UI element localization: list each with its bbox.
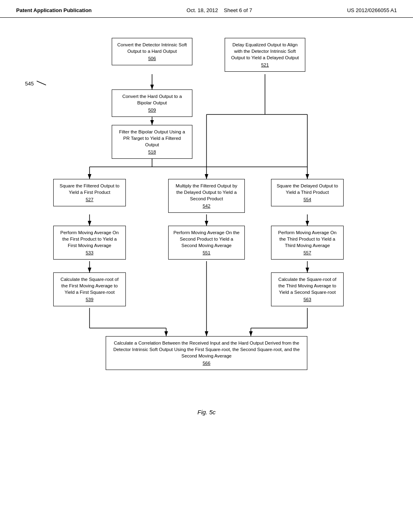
date-sheet: Oct. 18, 2012 Sheet 6 of 7 xyxy=(187,7,252,13)
box-542: Multiply the Filtered Output by the Dela… xyxy=(168,179,245,213)
box-551: Perform Moving Average On the Second Pro… xyxy=(168,226,245,260)
box-563: Calculate the Square-root of the Third M… xyxy=(271,272,344,306)
box-557: Perform Moving Average On the Third Prod… xyxy=(271,226,344,260)
box-554: Square the Delayed Output to Yield a Thi… xyxy=(271,179,344,206)
figure-label: Fig. 5c xyxy=(24,409,389,416)
diagram-area: 545 xyxy=(0,18,413,432)
publication-label: Patent Application Publication xyxy=(16,7,92,13)
box-539: Calculate the Square-root of the First M… xyxy=(53,272,126,306)
box-509: Convert the Hard Output to a Bipolar Out… xyxy=(112,89,192,117)
box-506: Convert the Detector Intrinsic Soft Outp… xyxy=(112,38,192,65)
ref-545: 545 xyxy=(25,80,48,88)
box-566: Calculate a Correlation Between the Rece… xyxy=(106,336,307,370)
box-521: Delay Equalized Output to Align with the… xyxy=(225,38,305,72)
box-527: Square the Filtered Output to Yield a Fi… xyxy=(53,179,126,206)
patent-number: US 2012/0266055 A1 xyxy=(347,7,397,13)
page-header: Patent Application Publication Oct. 18, … xyxy=(0,0,413,18)
box-518: Filter the Bipolar Output Using a PR Tar… xyxy=(112,125,192,159)
box-533: Perform Moving Average On the First Prod… xyxy=(53,226,126,260)
